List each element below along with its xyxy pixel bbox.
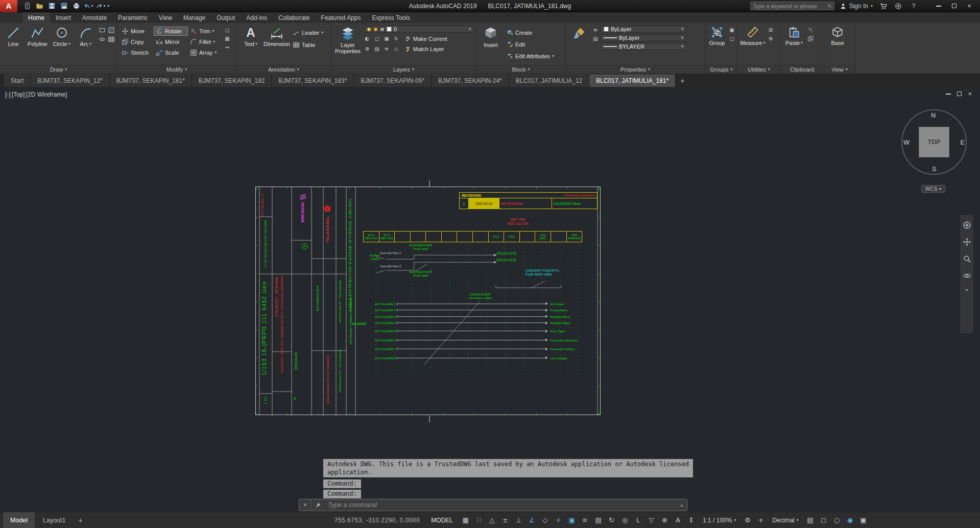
infer-constraints-toggle[interactable]: △ <box>486 514 498 527</box>
fillet-button[interactable]: Fillet▾ <box>188 37 222 47</box>
annotation-panel-label[interactable]: Annotation▾ <box>236 65 331 74</box>
hatch-button[interactable] <box>108 27 115 34</box>
doc-tab-start[interactable]: Start <box>4 74 31 87</box>
app-store-icon[interactable] <box>878 1 888 11</box>
transparency-toggle[interactable]: ▤ <box>592 514 605 527</box>
undo-button[interactable]: ▾ <box>83 1 94 11</box>
plot-button[interactable] <box>70 1 82 11</box>
object-color-select[interactable]: ByLayer▾ <box>601 26 686 33</box>
properties-list-icon[interactable]: ≡ <box>592 27 599 33</box>
tab-output[interactable]: Output <box>211 12 241 23</box>
workspace-switching-toggle[interactable]: ⚙ <box>741 514 754 527</box>
erase-icon[interactable]: ◻ <box>224 27 231 33</box>
dimension-button[interactable]: Dimension <box>265 25 289 47</box>
autodesk-account-icon[interactable] <box>893 1 903 11</box>
polar-tracking-toggle[interactable]: ∠ <box>525 514 538 527</box>
layer-merge-icon[interactable]: ◇ <box>393 45 400 52</box>
layer-match-icon[interactable]: ▤ <box>373 45 380 52</box>
snap-mode-toggle[interactable]: ∷ <box>472 514 485 527</box>
gizmo-toggle[interactable]: ⊕ <box>658 514 671 527</box>
new-drawing-button[interactable] <box>21 1 33 11</box>
compass-east[interactable]: E <box>960 139 965 146</box>
doc-tab-sekapin-182[interactable]: BJM737, SEKAPIN_182 <box>192 74 272 87</box>
linetype-select[interactable]: BYLAYER▾ <box>601 43 686 50</box>
compass-north[interactable]: N <box>931 111 936 119</box>
arc-button[interactable]: Arc▾ <box>75 25 97 47</box>
drawing-minimize-icon[interactable] <box>946 94 951 95</box>
paste-button[interactable]: Paste▾ <box>782 25 806 46</box>
units-button[interactable]: Decimal▾ <box>768 517 802 524</box>
tab-view[interactable]: View <box>153 12 178 23</box>
view-cube[interactable]: N W E S TOP <box>901 109 967 175</box>
properties-paint-icon[interactable]: ▤ <box>592 35 599 42</box>
close-button[interactable]: × <box>962 0 977 12</box>
tab-express-tools[interactable]: Express Tools <box>366 12 415 23</box>
measure-button[interactable]: Measure▾ <box>740 25 766 46</box>
new-layout-button[interactable]: + <box>74 512 87 528</box>
circle-button[interactable]: Circle▾ <box>51 25 73 47</box>
command-line[interactable]: × ▴ <box>299 499 687 511</box>
view-cube-top-face[interactable]: TOP <box>919 127 949 157</box>
ortho-mode-toggle[interactable]: ⊥ <box>512 514 525 527</box>
command-expand-icon[interactable]: ▴ <box>676 502 687 508</box>
ungroup-icon[interactable]: ▣ <box>728 27 735 33</box>
group-edit-icon[interactable]: ◻ <box>728 35 735 42</box>
doc-tab-jatimulia-12[interactable]: BLC017, JATIMULIA_12 <box>509 74 590 87</box>
tab-home[interactable]: Home <box>22 12 50 23</box>
cut-button[interactable] <box>807 27 814 33</box>
groups-panel-label[interactable]: Groups▾ <box>705 65 737 74</box>
sign-in-button[interactable]: Sign In ▾ <box>840 3 873 10</box>
array-button[interactable]: Array▾ <box>188 48 222 57</box>
move-button[interactable]: Move <box>119 27 154 36</box>
autoscale-toggle[interactable]: ↕ <box>685 514 698 527</box>
group-button[interactable]: Group <box>707 25 727 46</box>
osnap-tracking-toggle[interactable]: + <box>552 514 565 527</box>
layer-off-icon[interactable]: ◐ <box>364 35 371 42</box>
grid-display-toggle[interactable]: ▦ <box>459 514 472 527</box>
doc-tab-sekapin-05[interactable]: BJM737, SEKAPIN-05* <box>354 74 432 87</box>
wcs-selector[interactable]: WCS▾ <box>921 185 945 193</box>
ellipse-button[interactable] <box>99 36 106 43</box>
tab-collaborate[interactable]: Collaborate <box>273 12 315 23</box>
layer-walk-icon[interactable]: ⊕ <box>364 45 371 52</box>
layout1-tab[interactable]: Layout1 <box>36 512 73 528</box>
copy-clip-button[interactable] <box>807 35 814 42</box>
viewport-menu-control[interactable]: [-] <box>5 91 11 98</box>
new-document-tab-button[interactable]: + <box>676 74 689 87</box>
make-current-button[interactable]: Make Current <box>402 34 449 43</box>
match-properties-button[interactable] <box>568 25 590 40</box>
rotate-button[interactable]: Rotate <box>154 27 188 36</box>
layer-previous-icon[interactable]: ≡ <box>383 45 390 52</box>
close-command-icon[interactable]: × <box>299 499 312 511</box>
zoom-icon[interactable] <box>963 255 971 263</box>
quick-calculator-icon[interactable]: ⊞ <box>767 27 774 33</box>
doc-tab-jatimulia-181[interactable]: BLC017, JATIMULIA_181* <box>589 74 676 87</box>
model-tab[interactable]: Model <box>3 512 35 528</box>
offset-icon[interactable]: ↔ <box>224 44 231 51</box>
doc-tab-sekapin-24[interactable]: BJM737, SEKAPIN-24* <box>432 74 509 87</box>
view-panel-label[interactable]: View▾ <box>824 65 855 74</box>
layer-unlock-icon[interactable]: ↻ <box>393 35 400 42</box>
viewport-view-control[interactable]: [Top] <box>12 91 25 98</box>
lock-ui-toggle[interactable]: ◻ <box>817 514 830 527</box>
annotation-scale-button[interactable]: 1:1 / 100%▾ <box>699 517 740 524</box>
tab-insert[interactable]: Insert <box>50 12 77 23</box>
tab-featured-apps[interactable]: Featured Apps <box>315 12 366 23</box>
open-button[interactable] <box>34 1 45 11</box>
isometric-drafting-toggle[interactable]: ◇ <box>539 514 552 527</box>
layer-properties-button[interactable]: Layer Properties <box>333 25 362 54</box>
stretch-button[interactable]: Stretch <box>119 48 154 57</box>
tab-add-ins[interactable]: Add-ins <box>241 12 273 23</box>
base-button[interactable]: Base <box>826 25 849 46</box>
leader-button[interactable]: Leader▾ <box>291 28 325 37</box>
customize-command-icon[interactable] <box>312 499 324 511</box>
graphics-performance-toggle[interactable]: ◉ <box>844 514 856 527</box>
line-button[interactable]: Line <box>2 25 25 47</box>
scale-button[interactable]: Scale <box>154 48 188 57</box>
insert-button[interactable]: Insert <box>479 25 503 48</box>
dynamic-ucs-toggle[interactable]: L <box>632 514 644 527</box>
navigation-wheel-icon[interactable] <box>963 221 971 229</box>
customize-qat-icon[interactable]: ▾ <box>107 4 109 8</box>
explode-icon[interactable]: ▦ <box>224 35 231 42</box>
help-search-field[interactable] <box>750 2 834 10</box>
